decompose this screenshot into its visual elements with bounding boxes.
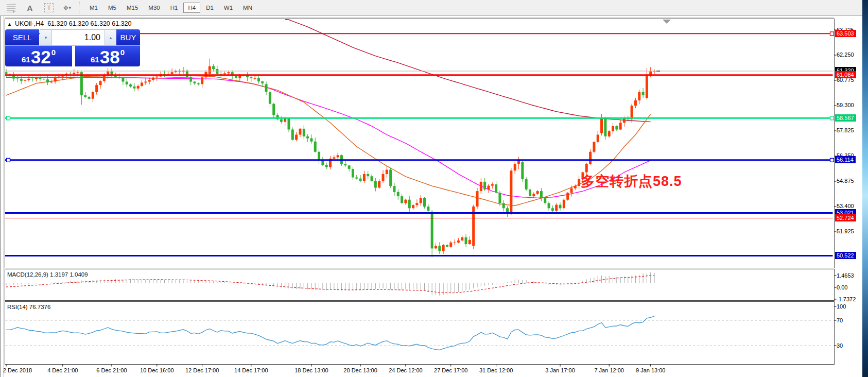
volume-input[interactable]: 1.00 — [52, 30, 105, 45]
candle-body — [227, 72, 230, 73]
candle-body — [423, 198, 426, 207]
candle-body — [551, 208, 554, 211]
candle-body — [121, 78, 124, 82]
candle-body — [465, 237, 467, 244]
candle-body — [43, 79, 45, 79]
candle-body — [438, 246, 441, 251]
buy-price-tile[interactable]: 61 38 0 — [75, 45, 140, 66]
volume-increase-button[interactable]: ▴ — [105, 30, 116, 45]
candle-body — [604, 118, 606, 136]
candle-body — [314, 142, 317, 152]
price-tick-label: 62.250 — [837, 52, 854, 58]
candle-body — [35, 77, 38, 79]
hline-handle[interactable] — [830, 116, 834, 120]
candle-body — [27, 79, 30, 80]
candle-body — [397, 192, 400, 196]
candle-body — [189, 77, 192, 82]
candle-body — [194, 81, 196, 83]
candle-body — [325, 165, 328, 167]
candle-body — [367, 174, 369, 176]
hline-handle[interactable] — [7, 116, 10, 120]
candle-body — [386, 170, 388, 174]
candle-body — [257, 78, 260, 81]
chart-annotation-text[interactable]: 多空转折点58.5 — [581, 172, 682, 191]
candle-body — [148, 80, 151, 81]
candle-body — [209, 66, 211, 74]
candle-body — [585, 164, 588, 173]
candle-body — [608, 131, 611, 136]
chart-shift-marker[interactable] — [663, 20, 671, 24]
mt4-terminal: { "toolbar": { "icons": [ {"name": "snap… — [0, 0, 868, 377]
candle-body — [401, 196, 403, 203]
candle-body — [288, 118, 290, 130]
candle-body — [389, 170, 392, 186]
candle-body — [95, 85, 98, 92]
candle-body — [355, 178, 358, 179]
date-tick-label: 3 Jan 17:00 — [545, 367, 575, 373]
hline-handle[interactable] — [7, 158, 10, 162]
candle-body — [344, 164, 346, 165]
candle-body — [593, 142, 595, 152]
candle-body — [238, 76, 241, 78]
price-level-badge: 52.724 — [835, 214, 856, 221]
date-tick-label: 24 Dec 12:00 — [389, 367, 422, 373]
candle-body — [216, 69, 218, 74]
macd-axis-label: -1.7372 — [837, 296, 856, 302]
candle-body — [476, 191, 479, 207]
candle-body — [427, 207, 429, 211]
one-click-trading-panel: SELL ▾ 1.00 ▴ BUY 61 32 0 61 38 0 — [5, 29, 140, 66]
candle-body — [597, 134, 599, 142]
candle-body — [337, 155, 339, 157]
candle-body — [612, 126, 614, 131]
candle-body — [77, 72, 79, 73]
candle-body — [589, 152, 592, 164]
candle-body — [514, 164, 516, 170]
panel-frame-2 — [5, 302, 835, 365]
candle-body — [487, 185, 490, 189]
candle-body — [88, 97, 91, 99]
hline-handle[interactable] — [830, 158, 834, 162]
candle-body — [348, 165, 351, 169]
candle-body — [31, 79, 34, 79]
candle-body — [563, 200, 565, 209]
candle-body — [155, 77, 158, 78]
macd-axis-label: 1.4653 — [837, 272, 854, 279]
candle-body — [382, 174, 385, 181]
candle-body — [16, 79, 19, 79]
candle-body — [446, 245, 448, 247]
candle-body — [529, 190, 531, 196]
right-edge-gradient-strip[interactable] — [862, 0, 868, 377]
candle-body — [250, 77, 252, 78]
candle-body — [99, 81, 102, 85]
date-tick-label: 9 Jan 13:00 — [636, 367, 666, 373]
candle-body — [544, 198, 546, 203]
candle-body — [521, 162, 524, 179]
candle-body — [5, 72, 8, 74]
candle-body — [284, 118, 286, 122]
candle-body — [92, 92, 94, 99]
candle-body — [578, 179, 580, 186]
candle-body — [186, 71, 188, 77]
chart-title: ▲UKOil-,H4 61.320 61.320 61.320 61.320 — [7, 20, 132, 27]
volume-decrease-button[interactable]: ▾ — [40, 30, 52, 45]
candle-body — [118, 77, 120, 78]
candle-body — [615, 126, 618, 130]
candle-body — [404, 200, 407, 203]
candle-body — [84, 95, 86, 97]
candle-body — [378, 181, 380, 187]
candle-body — [442, 245, 445, 251]
collapse-triangle-icon[interactable]: ▲ — [7, 22, 12, 27]
candle-body — [299, 129, 301, 135]
candle-body — [54, 78, 57, 82]
rsi-axis-label: 30 — [837, 342, 843, 349]
hline-handle[interactable] — [830, 32, 834, 36]
candle-body — [171, 72, 173, 74]
candle-body — [491, 184, 494, 186]
buy-button[interactable]: BUY — [116, 29, 140, 45]
price-tick-label: 59.300 — [837, 102, 854, 108]
candle-body — [623, 118, 626, 123]
candle-body — [574, 186, 577, 188]
sell-price-tile[interactable]: 61 32 0 — [5, 45, 72, 66]
sell-button[interactable]: SELL — [5, 29, 39, 45]
candle-body — [483, 182, 486, 190]
